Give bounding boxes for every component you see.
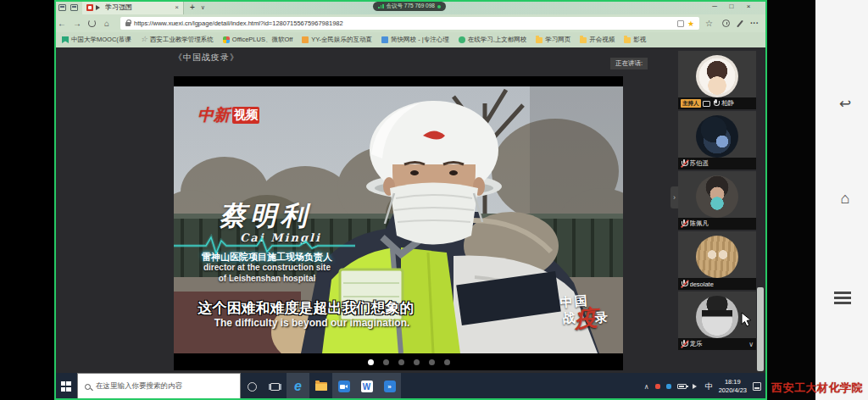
history-icon[interactable] xyxy=(722,19,730,27)
mic-icon[interactable] xyxy=(681,340,687,349)
meeting-id-pill[interactable]: 会议号 775 769 098 xyxy=(373,2,446,11)
brand-part-lu: 录 xyxy=(594,309,608,326)
bookmark-item[interactable]: 简快网校 - |专注心理 xyxy=(381,36,449,44)
bookmark-item[interactable]: 开会视频 xyxy=(580,36,615,44)
action-center-icon[interactable] xyxy=(753,382,761,391)
forward-icon[interactable] xyxy=(70,19,85,28)
menu-icon[interactable] xyxy=(834,292,856,304)
hidden-icons-caret[interactable] xyxy=(644,383,649,391)
participant-avatar xyxy=(696,115,738,158)
refresh-icon[interactable] xyxy=(88,19,96,27)
tab-audio-icon[interactable] xyxy=(96,5,103,10)
tab-title: 学习强国 xyxy=(105,3,172,12)
mic-icon[interactable] xyxy=(681,280,687,289)
tab-close-icon[interactable] xyxy=(175,3,179,11)
participant-tile[interactable]: 主持人 柏静 xyxy=(678,51,756,109)
participant-name-bar: 龙乐 xyxy=(678,338,756,350)
favorites-hub-icon[interactable] xyxy=(705,19,713,28)
bookmark-item[interactable]: 西安工业教学管理系统 xyxy=(141,36,214,44)
favorite-star-icon[interactable] xyxy=(687,19,694,28)
taskbar-chat-app[interactable] xyxy=(378,373,401,400)
battery-icon[interactable] xyxy=(677,384,687,389)
bookmark-item[interactable]: 影视 xyxy=(624,36,646,44)
right-black-strip xyxy=(767,0,815,400)
bookmark-item[interactable]: 在线学习,上文都网校 xyxy=(459,36,527,44)
start-button[interactable] xyxy=(54,373,77,400)
logo-text-zhongxin: 中新 xyxy=(198,104,230,126)
bookmark-label: 学习网页 xyxy=(545,36,570,44)
bookmark-label: 中国大学MOOC(慕课 xyxy=(71,36,131,44)
carousel-dot[interactable] xyxy=(383,359,389,365)
shared-screen: 学习强国 会议号 775 769 098 http xyxy=(54,0,767,400)
address-bar[interactable]: https://www.xuexi.cn/lgpage/detail/index… xyxy=(120,17,699,30)
task-view-icon xyxy=(270,383,280,391)
carousel-dot[interactable] xyxy=(429,359,435,365)
bookmark-item[interactable]: YY-全民娱乐的互动直 xyxy=(302,36,372,44)
tray-app-icon-red[interactable] xyxy=(655,384,660,389)
bookmark-item[interactable]: 中国大学MOOC(慕课 xyxy=(62,36,131,44)
reading-view-icon[interactable] xyxy=(677,20,684,27)
participant-name-bar: 苏伯遥 xyxy=(678,158,756,169)
participant-tile[interactable]: 陈佩凡 xyxy=(678,171,756,230)
mic-icon[interactable] xyxy=(681,219,687,229)
participant-tile[interactable]: desolate xyxy=(678,231,756,290)
tab-dropdown-icon[interactable] xyxy=(201,4,205,11)
browser-tab[interactable]: 学习强国 xyxy=(82,0,184,14)
taskbar-edge[interactable]: e xyxy=(287,373,309,400)
bookmark-label: 在线学习,上文都网校 xyxy=(468,36,527,44)
close-button[interactable] xyxy=(740,0,757,13)
bookmark-icon xyxy=(223,36,230,43)
person-role-zh: 雷神山医院项目施工现场负责人 xyxy=(174,251,360,264)
bookmark-icon xyxy=(536,37,542,43)
bookmark-item[interactable]: 学习网页 xyxy=(536,36,570,44)
bookmark-icon xyxy=(624,37,631,43)
taskbar-file-explorer[interactable] xyxy=(309,373,332,400)
scrollbar[interactable] xyxy=(757,287,764,371)
more-menu-icon[interactable] xyxy=(750,19,759,28)
carousel-dot[interactable] xyxy=(398,359,404,365)
mic-icon[interactable] xyxy=(713,99,720,108)
back-nav-icon[interactable] xyxy=(834,95,856,113)
screenshare-icon xyxy=(703,101,710,107)
taskbar-search-box[interactable]: 在这里输入你要搜索的内容 xyxy=(77,373,241,400)
bookmark-label: 西安工业教学管理系统 xyxy=(150,36,214,44)
cortana-button[interactable] xyxy=(241,373,264,400)
volume-icon[interactable] xyxy=(693,384,699,389)
minimize-button[interactable] xyxy=(706,0,723,13)
participant-name: desolate xyxy=(690,281,714,288)
set-tabs-aside-icon[interactable] xyxy=(58,4,66,11)
bookmark-item[interactable]: OfficePLUS、微软Off xyxy=(223,36,292,44)
carousel-dot[interactable] xyxy=(368,359,374,365)
video-player[interactable]: 中新 视频 蔡明利 Cai Mingli 雷神山医院项目施工现场负责人 dire… xyxy=(174,76,623,370)
clock[interactable]: 18:19 2020/4/23 xyxy=(719,378,747,395)
panel-collapse-handle[interactable] xyxy=(670,186,678,208)
task-view-button[interactable] xyxy=(264,373,287,400)
home-icon[interactable] xyxy=(99,19,114,28)
bookmark-icon xyxy=(62,36,69,43)
back-icon[interactable] xyxy=(54,19,70,28)
signal-icon xyxy=(378,4,384,9)
new-tab-button[interactable] xyxy=(190,3,195,12)
home-nav-icon[interactable] xyxy=(834,190,856,208)
subtitle-zh: 这个困难和难度是超出我们想象的 xyxy=(174,298,438,318)
mic-icon[interactable] xyxy=(681,159,687,169)
participant-tile[interactable]: 苏伯遥 xyxy=(678,111,756,169)
chevron-down-icon[interactable] xyxy=(748,341,754,348)
ime-indicator[interactable]: 中 xyxy=(705,381,713,392)
carousel-dot[interactable] xyxy=(444,359,450,365)
tab-preview-icon[interactable] xyxy=(70,4,78,11)
taskbar-meeting-app[interactable] xyxy=(332,373,355,400)
maximize-button[interactable] xyxy=(723,0,740,13)
taskbar: 在这里输入你要搜索的内容 e W 中 18:19 2020/4/23 xyxy=(54,373,767,400)
participant-avatar xyxy=(696,236,738,278)
web-notes-icon[interactable] xyxy=(737,19,743,27)
carousel-dot[interactable] xyxy=(414,359,420,365)
page-content: 《中国战疫录》 正在讲话: xyxy=(54,47,767,373)
watermark: 西安工大材化学院 xyxy=(771,381,868,396)
url-text[interactable]: https://www.xuexi.cn/lgpage/detail/index… xyxy=(134,19,674,27)
xuexi-favicon xyxy=(86,4,93,11)
tray-app-icon-blue[interactable] xyxy=(666,384,671,389)
person-role-en-line1: director at the construction site xyxy=(174,263,360,272)
china-anti-epidemic-logo: 中国 战 疫 录 xyxy=(552,291,619,346)
taskbar-wps[interactable]: W xyxy=(355,373,378,400)
